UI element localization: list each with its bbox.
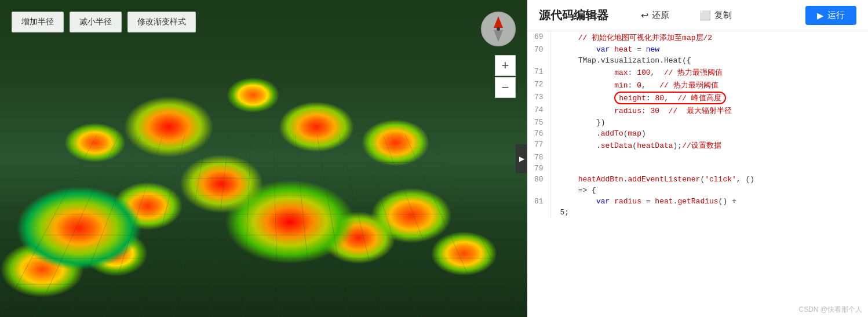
code-editor-panel: 源代码编辑器 ↩ 还原 ⬜ 复制 ▶ 运行 69 // 初始化地图可视化并添加至… <box>527 0 868 317</box>
table-row: 80 heatAddBtn.addEventListener('click', … <box>527 174 868 185</box>
code-table: 69 // 初始化地图可视化并添加至map层/2 70 var heat = n… <box>527 31 868 218</box>
reset-label: 还原 <box>652 10 669 21</box>
line-number: 80 <box>527 174 550 185</box>
table-row: 78 <box>527 152 868 163</box>
line-number: 81 <box>527 196 550 207</box>
editor-title: 源代码编辑器 <box>539 8 608 23</box>
code-line: // 初始化地图可视化并添加至map层/2 <box>550 31 868 44</box>
code-line: max: 100, // 热力最强阈值 <box>550 66 868 79</box>
compass-circle <box>481 12 516 46</box>
table-row: 72 min: 0, // 热力最弱阈值 <box>527 79 868 92</box>
circle-highlight: height: 80, // 峰值高度 <box>614 92 726 104</box>
line-number <box>527 207 550 218</box>
zoom-out-button[interactable]: − <box>495 77 516 98</box>
line-number <box>527 185 550 196</box>
table-row: 75 }) <box>527 117 868 128</box>
reset-icon: ↩ <box>641 10 648 21</box>
line-number: 74 <box>527 104 550 117</box>
compass-north-arrow <box>494 16 503 28</box>
run-label: 运行 <box>827 10 845 21</box>
copy-button[interactable]: ⬜ 复制 <box>690 6 741 24</box>
line-number: 75 <box>527 117 550 128</box>
decrease-radius-button[interactable]: 减小半径 <box>70 12 122 32</box>
code-line: heatAddBtn.addEventListener('click', () <box>550 174 868 185</box>
code-line: TMap.visualization.Heat({ <box>550 55 868 66</box>
collapse-icon: ▶ <box>519 155 524 163</box>
compass <box>481 12 516 46</box>
line-number <box>527 55 550 66</box>
table-row: TMap.visualization.Heat({ <box>527 55 868 66</box>
table-row: 5; <box>527 207 868 218</box>
run-button[interactable]: ▶ 运行 <box>805 6 856 25</box>
code-line <box>550 163 868 174</box>
code-line: min: 0, // 热力最弱阈值 <box>550 79 868 92</box>
code-line <box>550 152 868 163</box>
copy-icon: ⬜ <box>699 10 711 21</box>
code-line: 5; <box>550 207 868 218</box>
run-icon: ▶ <box>817 10 824 21</box>
line-number: 73 <box>527 92 550 104</box>
line-number: 77 <box>527 139 550 152</box>
zoom-in-button[interactable]: + <box>495 55 516 76</box>
line-number: 78 <box>527 152 550 163</box>
line-number: 69 <box>527 31 550 44</box>
code-editor-area[interactable]: 69 // 初始化地图可视化并添加至map层/2 70 var heat = n… <box>527 31 868 317</box>
table-row: 71 max: 100, // 热力最强阈值 <box>527 66 868 79</box>
editor-header: 源代码编辑器 ↩ 还原 ⬜ 复制 ▶ 运行 <box>527 0 868 31</box>
reset-button[interactable]: ↩ 还原 <box>632 6 679 24</box>
map-buttons-group: 增加半径 减小半径 修改渐变样式 <box>12 12 196 32</box>
line-number: 79 <box>527 163 550 174</box>
line-number: 72 <box>527 79 550 92</box>
zoom-controls: + − <box>495 55 516 98</box>
code-line: var heat = new <box>550 44 868 55</box>
line-number: 71 <box>527 66 550 79</box>
table-row: 77 .setData(heatData);//设置数据 <box>527 139 868 152</box>
table-row: 81 var radius = heat.getRadius() + <box>527 196 868 207</box>
compass-center-dot <box>497 27 500 31</box>
table-row: 79 <box>527 163 868 174</box>
compass-south-arrow <box>494 30 503 42</box>
copy-label: 复制 <box>714 10 732 21</box>
increase-radius-button[interactable]: 增加半径 <box>12 12 64 32</box>
code-line: => { <box>550 185 868 196</box>
map-panel: 增加半径 减小半径 修改渐变样式 + − ▶ <box>0 0 527 317</box>
table-row: 69 // 初始化地图可视化并添加至map层/2 <box>527 31 868 44</box>
code-line-73-height: height: 80, // 峰值高度 <box>550 92 868 104</box>
code-line: .addTo(map) <box>550 128 868 139</box>
table-row: 74 radius: 30 // 最大辐射半径 <box>527 104 868 117</box>
code-line: radius: 30 // 最大辐射半径 <box>550 104 868 117</box>
table-row: 70 var heat = new <box>527 44 868 55</box>
code-line: .setData(heatData);//设置数据 <box>550 139 868 152</box>
code-line: }) <box>550 117 868 128</box>
code-line: var radius = heat.getRadius() + <box>550 196 868 207</box>
line-number: 70 <box>527 44 550 55</box>
table-row: => { <box>527 185 868 196</box>
table-row: 73 height: 80, // 峰值高度 <box>527 92 868 104</box>
change-gradient-button[interactable]: 修改渐变样式 <box>127 12 196 32</box>
line-number: 76 <box>527 128 550 139</box>
collapse-panel-button[interactable]: ▶ <box>516 144 527 173</box>
table-row: 76 .addTo(map) <box>527 128 868 139</box>
watermark-text: CSDN @快看那个人 <box>798 305 862 315</box>
